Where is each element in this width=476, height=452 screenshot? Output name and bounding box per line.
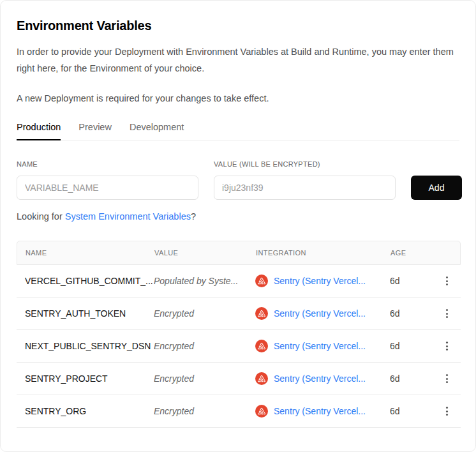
sentry-icon <box>255 372 268 385</box>
kebab-menu-icon[interactable] <box>442 372 452 386</box>
variable-name-input[interactable] <box>17 176 198 200</box>
variable-value-input[interactable] <box>214 176 396 200</box>
header-integration: INTEGRATION <box>256 249 390 257</box>
kebab-menu-icon[interactable] <box>442 306 452 320</box>
description-paragraph-1: In order to provide your Deployment with… <box>17 43 459 77</box>
integration-link[interactable]: Sentry (Sentry Vercel... <box>274 373 366 384</box>
value-field-label: VALUE (WILL BE ENCRYPTED) <box>214 160 396 168</box>
table-row: SENTRY_PROJECT Encrypted Sentry (Sentry … <box>17 363 461 395</box>
environment-variables-panel: Environment Variables In order to provid… <box>0 0 476 452</box>
table-row: SENTRY_ORG Encrypted Sentry (Sentry Verc… <box>17 395 461 428</box>
variable-value-cell: Encrypted <box>154 373 255 384</box>
age-cell: 6d <box>390 276 428 286</box>
kebab-menu-icon[interactable] <box>442 339 452 353</box>
variable-value-cell: Encrypted <box>154 341 255 351</box>
environment-tabs: Production Preview Development <box>17 122 459 140</box>
table-header-row: NAME VALUE INTEGRATION AGE <box>17 241 461 265</box>
integration-cell: Sentry (Sentry Vercel... <box>255 372 390 385</box>
description-paragraph-2: A new Deployment is required for your ch… <box>17 90 459 107</box>
add-variable-form: NAME VALUE (WILL BE ENCRYPTED) Add <box>17 160 459 200</box>
table-body: VERCEL_GITHUB_COMMIT_... Populated by Sy… <box>17 265 461 428</box>
integration-link[interactable]: Sentry (Sentry Vercel... <box>274 308 366 319</box>
system-env-variables-link[interactable]: System Environment Variables <box>65 211 191 222</box>
table-row: SENTRY_AUTH_TOKEN Encrypted Sentry (Sent… <box>17 298 461 330</box>
variable-name-cell: NEXT_PUBLIC_SENTRY_DSN <box>17 341 154 351</box>
variable-name-cell: SENTRY_AUTH_TOKEN <box>17 308 154 319</box>
age-cell: 6d <box>390 406 428 416</box>
tab-development[interactable]: Development <box>130 122 184 140</box>
age-cell: 6d <box>390 308 428 319</box>
tab-preview[interactable]: Preview <box>78 122 112 140</box>
page-title: Environment Variables <box>17 19 459 33</box>
integration-cell: Sentry (Sentry Vercel... <box>255 340 390 352</box>
variables-table: NAME VALUE INTEGRATION AGE VERCEL_GITHUB… <box>17 241 461 428</box>
add-button[interactable]: Add <box>411 176 462 200</box>
system-env-hint-suffix: ? <box>191 211 196 222</box>
integration-link[interactable]: Sentry (Sentry Vercel... <box>274 276 366 286</box>
header-name: NAME <box>17 249 154 257</box>
tab-production[interactable]: Production <box>17 122 61 140</box>
header-value: VALUE <box>154 249 256 257</box>
kebab-menu-icon[interactable] <box>442 404 452 418</box>
age-cell: 6d <box>390 341 428 351</box>
table-row: NEXT_PUBLIC_SENTRY_DSN Encrypted Sentry … <box>17 330 461 363</box>
integration-link[interactable]: Sentry (Sentry Vercel... <box>274 341 366 351</box>
variable-name-cell: SENTRY_ORG <box>17 406 154 416</box>
table-row: VERCEL_GITHUB_COMMIT_... Populated by Sy… <box>17 265 461 298</box>
age-cell: 6d <box>390 373 428 384</box>
integration-cell: Sentry (Sentry Vercel... <box>255 405 390 418</box>
integration-cell: Sentry (Sentry Vercel... <box>255 307 390 320</box>
name-field-group: NAME <box>17 160 198 200</box>
sentry-icon <box>255 275 268 287</box>
integration-link[interactable]: Sentry (Sentry Vercel... <box>274 406 366 416</box>
system-env-hint-prefix: Looking for <box>17 211 65 222</box>
variable-name-cell: VERCEL_GITHUB_COMMIT_... <box>17 276 154 286</box>
variable-value-cell: Populated by Syste... <box>154 276 255 286</box>
header-age: AGE <box>390 249 429 257</box>
value-field-group: VALUE (WILL BE ENCRYPTED) <box>214 160 396 200</box>
variable-value-cell: Encrypted <box>154 308 255 319</box>
name-field-label: NAME <box>17 160 198 168</box>
variable-value-cell: Encrypted <box>154 406 255 416</box>
kebab-menu-icon[interactable] <box>442 274 452 288</box>
sentry-icon <box>255 340 268 352</box>
sentry-icon <box>255 307 268 320</box>
system-env-hint: Looking for System Environment Variables… <box>17 211 459 222</box>
integration-cell: Sentry (Sentry Vercel... <box>255 275 390 287</box>
variable-name-cell: SENTRY_PROJECT <box>17 373 154 384</box>
sentry-icon <box>255 405 268 418</box>
